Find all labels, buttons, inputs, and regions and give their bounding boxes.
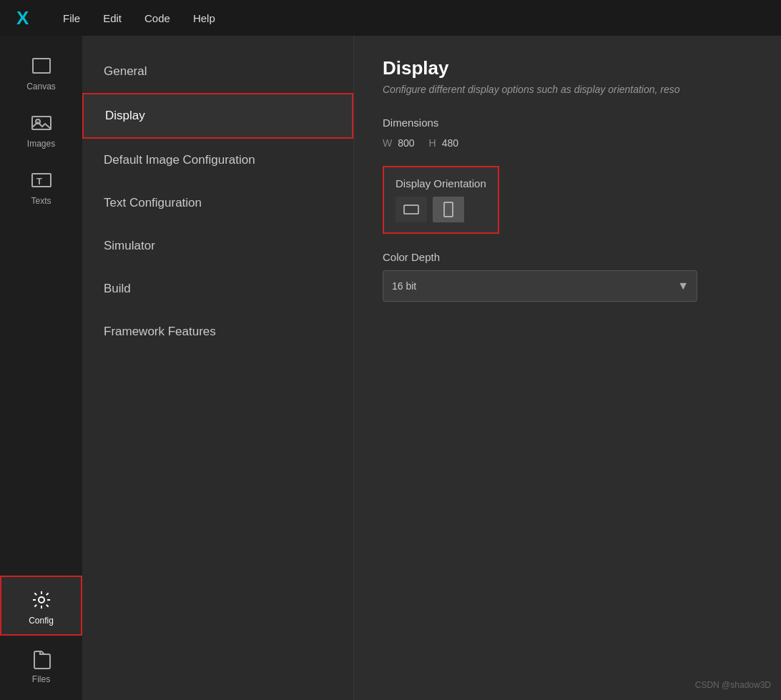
svg-rect-3 xyxy=(32,117,51,129)
page-title: Display xyxy=(383,57,752,79)
menu-code[interactable]: Code xyxy=(133,0,182,36)
height-value: 480 xyxy=(442,137,458,149)
svg-point-7 xyxy=(39,597,44,603)
width-value: 800 xyxy=(398,137,414,149)
content-panel: Display Configure different display opti… xyxy=(354,36,781,700)
texts-icon: T xyxy=(30,169,53,192)
dimensions-label: Dimensions xyxy=(383,117,752,129)
sidebar-bottom: Config Files xyxy=(0,576,82,700)
page-subtitle: Configure different display options such… xyxy=(383,84,752,95)
icon-sidebar: Canvas Images T Texts Conf xyxy=(0,36,82,700)
nav-text-config[interactable]: Text Configuration xyxy=(82,182,353,225)
orientation-label: Display Orientation xyxy=(396,177,486,189)
menubar: X File Edit Code Help xyxy=(0,0,781,36)
width-field: W 800 xyxy=(383,137,415,149)
display-orientation-box: Display Orientation xyxy=(383,166,499,234)
color-depth-label: Color Depth xyxy=(383,251,752,263)
menu-file[interactable]: File xyxy=(51,0,92,36)
sidebar-item-texts[interactable]: T Texts xyxy=(0,157,82,215)
sidebar-item-files[interactable]: Files xyxy=(0,636,82,693)
orientation-buttons xyxy=(396,197,486,222)
color-depth-section: Color Depth 1 bit 8 bit 16 bit 24 bit 32… xyxy=(383,251,752,302)
menu-help[interactable]: Help xyxy=(182,0,227,36)
files-icon xyxy=(30,647,53,670)
nav-framework-features[interactable]: Framework Features xyxy=(82,310,353,353)
nav-build[interactable]: Build xyxy=(82,267,353,310)
dimensions-row: W 800 H 480 xyxy=(383,137,752,149)
dimensions-section: Dimensions W 800 H 480 xyxy=(383,117,752,149)
svg-rect-2 xyxy=(33,59,50,73)
width-label: W xyxy=(383,137,392,149)
svg-rect-8 xyxy=(404,205,418,214)
nav-default-image[interactable]: Default Image Configuration xyxy=(82,139,353,182)
watermark: CSDN @shadow3D xyxy=(695,680,771,690)
height-field: H 480 xyxy=(429,137,458,149)
svg-rect-9 xyxy=(444,202,453,217)
app-logo: X xyxy=(9,0,44,36)
sidebar-item-images[interactable]: Images xyxy=(0,100,82,157)
landscape-icon xyxy=(403,202,419,217)
config-icon xyxy=(30,588,53,611)
canvas-icon xyxy=(30,54,53,77)
sidebar-item-config[interactable]: Config xyxy=(0,576,82,636)
menu-edit[interactable]: Edit xyxy=(92,0,133,36)
main-layout: Canvas Images T Texts Conf xyxy=(0,36,781,700)
landscape-button[interactable] xyxy=(396,197,427,222)
portrait-button[interactable] xyxy=(433,197,464,222)
svg-text:X: X xyxy=(16,7,29,29)
color-depth-select[interactable]: 1 bit 8 bit 16 bit 24 bit 32 bit xyxy=(383,270,697,302)
nav-simulator[interactable]: Simulator xyxy=(82,225,353,267)
portrait-icon xyxy=(441,202,456,217)
nav-general[interactable]: General xyxy=(82,50,353,93)
svg-text:T: T xyxy=(36,176,42,187)
height-label: H xyxy=(429,137,436,149)
nav-display[interactable]: Display xyxy=(82,93,353,139)
images-icon xyxy=(30,112,53,134)
nav-panel: General Display Default Image Configurat… xyxy=(82,36,354,700)
sidebar-item-canvas[interactable]: Canvas xyxy=(0,43,82,100)
color-depth-select-wrapper: 1 bit 8 bit 16 bit 24 bit 32 bit ▼ xyxy=(383,270,697,302)
